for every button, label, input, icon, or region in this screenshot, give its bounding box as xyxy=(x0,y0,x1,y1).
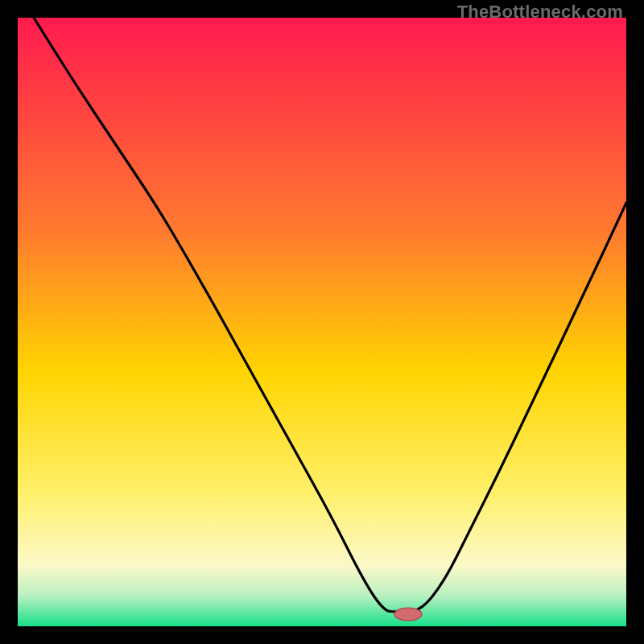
chart-frame: TheBottleneck.com xyxy=(0,0,644,644)
gradient-bg xyxy=(18,18,626,626)
optimal-marker xyxy=(394,608,422,621)
plot-area xyxy=(18,18,626,626)
watermark-text: TheBottleneck.com xyxy=(457,2,623,23)
chart-svg xyxy=(18,18,626,626)
